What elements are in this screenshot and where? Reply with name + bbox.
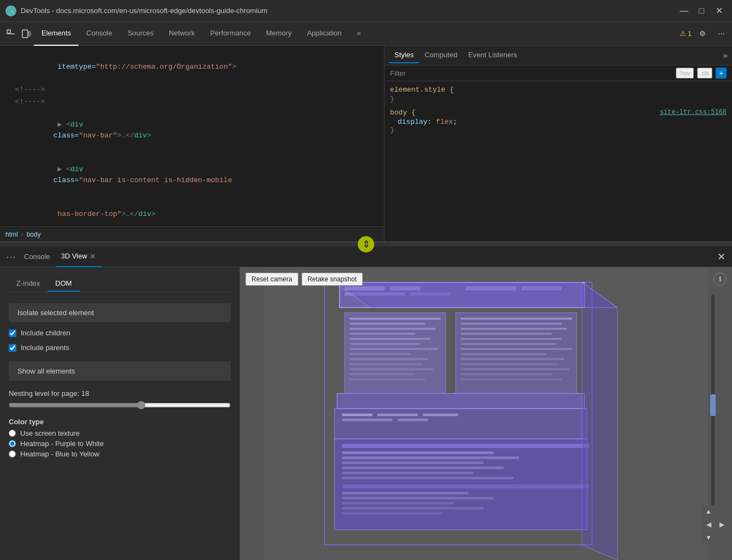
color-screen-radio[interactable] [9, 430, 16, 437]
close-button[interactable]: ✕ [711, 5, 727, 16]
retake-snapshot-button[interactable]: Retake snapshot [302, 273, 363, 286]
show-all-elements-button[interactable]: Show all elements [9, 362, 231, 381]
canvas-toolbar: Reset camera Retake snapshot [245, 273, 363, 286]
breadcrumb-body[interactable]: body [27, 231, 41, 238]
minimize-button[interactable]: — [676, 5, 692, 16]
dom-line[interactable]: <!----> [0, 84, 384, 96]
warning-badge: ⚠ 1 [680, 29, 692, 38]
svg-rect-19 [350, 323, 425, 325]
panel-tab-more-button[interactable]: ⋯ [3, 249, 19, 264]
color-heatmap-blue-radio[interactable] [9, 450, 16, 457]
dom-line[interactable]: has-border-top">…</div> [0, 197, 384, 226]
upper-area: itemtype="http://schema.org/Organization… [0, 46, 732, 242]
svg-rect-47 [342, 419, 393, 421]
nav-up-arrow[interactable]: ▲ [703, 505, 715, 517]
cls-filter-button[interactable]: .cls [697, 68, 713, 79]
add-style-rule-button[interactable]: + [716, 68, 727, 79]
dom-code-area: itemtype="http://schema.org/Organization… [0, 46, 384, 226]
svg-rect-26 [350, 358, 428, 360]
svg-rect-24 [350, 348, 438, 350]
include-parents-row[interactable]: Include parents [9, 344, 231, 352]
lower-area: ⋯ Console 3D View ✕ ✕ Z-index DOM [0, 246, 732, 560]
svg-rect-43 [461, 378, 562, 381]
color-type-section: Color type Use screen texture Heatmap - … [9, 418, 231, 460]
color-heatmap-blue-row[interactable]: Heatmap - Blue to Yellow [9, 450, 231, 458]
title-bar-controls: — □ ✕ [676, 5, 727, 16]
tab-bar-right: ⚠ 1 ⚙ ⋯ [680, 26, 729, 41]
svg-rect-42 [461, 373, 552, 375]
more-options-button[interactable]: ⋯ [713, 26, 729, 41]
tab-computed[interactable]: Computed [419, 47, 463, 63]
dom-panel: itemtype="http://schema.org/Organization… [0, 46, 385, 242]
tab-event-listeners[interactable]: Event Listeners [463, 47, 523, 63]
svg-rect-46 [423, 414, 458, 417]
hov-filter-button[interactable]: :hov [676, 68, 694, 79]
panel-close-button[interactable]: ✕ [713, 249, 729, 264]
device-toolbar-button[interactable] [19, 26, 34, 41]
svg-rect-38 [461, 353, 547, 355]
tab-styles[interactable]: Styles [389, 47, 419, 63]
threed-render[interactable] [240, 267, 732, 560]
svg-rect-28 [350, 368, 433, 370]
dom-line[interactable]: <!----> [0, 96, 384, 108]
element-style-rule: element.style { } [390, 86, 727, 103]
tab-application[interactable]: Application [299, 22, 350, 46]
styles-tab-more[interactable]: » [723, 51, 728, 61]
svg-rect-44 [342, 414, 373, 417]
svg-rect-32 [461, 323, 562, 325]
tab-3dview[interactable]: 3D View ✕ [56, 246, 101, 267]
settings-button[interactable]: ⚙ [695, 26, 710, 41]
style-source-link[interactable]: site-ltr.css:5168 [660, 109, 727, 118]
svg-rect-22 [350, 338, 430, 340]
tab-console-lower[interactable]: Console [19, 246, 56, 267]
dom-line[interactable]: ▶ <div class="nav-bar is-content is-hidd… [0, 153, 384, 197]
color-heatmap-purple-radio[interactable] [9, 440, 16, 447]
dom-line[interactable]: ▶ <div class="nav-bar">…</div> [0, 108, 384, 153]
tab-network[interactable]: Network [161, 22, 203, 46]
svg-rect-18 [350, 318, 441, 320]
v-scrollbar[interactable] [710, 294, 716, 516]
threed-controls-panel: Z-index DOM Isolate selected element Inc… [0, 267, 240, 560]
svg-rect-41 [461, 368, 569, 370]
reset-camera-button[interactable]: Reset camera [245, 273, 298, 286]
main-tab-bar: Elements Console Sources Network Perform… [0, 22, 732, 46]
svg-rect-31 [461, 318, 572, 320]
isolate-selected-button[interactable]: Isolate selected element [9, 303, 231, 322]
tab-memory[interactable]: Memory [259, 22, 299, 46]
svg-rect-7 [334, 408, 587, 439]
rule-selector: element.style { [390, 86, 727, 94]
svg-rect-20 [350, 328, 435, 330]
sub-tab-zindex[interactable]: Z-index [9, 276, 47, 292]
color-heatmap-purple-row[interactable]: Heatmap - Purple to White [9, 439, 231, 448]
tab-console[interactable]: Console [79, 22, 120, 46]
nav-left-arrow[interactable]: ◀ [703, 519, 715, 531]
sub-tab-bar: Z-index DOM [9, 276, 231, 292]
tab-sources[interactable]: Sources [120, 22, 161, 46]
include-parents-checkbox[interactable] [9, 344, 16, 352]
panel-resize-handle[interactable]: ⇕ [0, 242, 732, 246]
nesting-level-slider[interactable] [9, 401, 231, 410]
tab-performance[interactable]: Performance [202, 22, 258, 46]
info-button[interactable]: ℹ [713, 273, 727, 286]
tab-more[interactable]: » [349, 22, 368, 46]
include-children-row[interactable]: Include children [9, 329, 231, 337]
filter-bar: :hov .cls + [385, 65, 732, 81]
sub-tab-dom[interactable]: DOM [47, 276, 79, 292]
breadcrumb-html[interactable]: html [5, 231, 18, 238]
maximize-button[interactable]: □ [694, 5, 709, 16]
filter-input[interactable] [390, 69, 673, 77]
nav-right-arrow[interactable]: ▶ [716, 519, 728, 531]
svg-rect-25 [350, 353, 410, 355]
nav-down-arrow[interactable]: ▼ [703, 532, 715, 544]
tab-elements[interactable]: Elements [34, 22, 79, 46]
v-scroll-thumb[interactable] [710, 394, 716, 416]
tab-3dview-close[interactable]: ✕ [89, 252, 96, 261]
styles-panel: Styles Computed Event Listeners » :hov .… [385, 46, 732, 242]
breadcrumb: html › body [0, 226, 384, 242]
svg-rect-37 [461, 348, 572, 350]
svg-rect-55 [342, 477, 514, 479]
svg-rect-58 [342, 497, 494, 499]
include-children-checkbox[interactable] [9, 329, 16, 337]
color-screen-texture-row[interactable]: Use screen texture [9, 429, 231, 437]
inspect-icon-button[interactable] [3, 26, 19, 41]
